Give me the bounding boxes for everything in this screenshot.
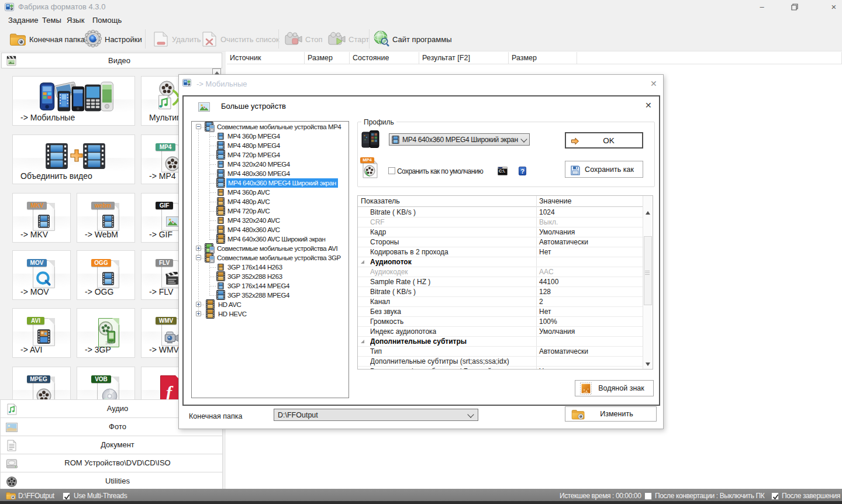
card-vob[interactable]: VOB -> VOB (77, 367, 135, 399)
toolbar-output-folder[interactable]: Конечная папка (29, 35, 85, 44)
grid-col-value[interactable]: Значение (539, 197, 571, 205)
menu-help[interactable]: Помощь (92, 16, 122, 25)
grid-row[interactable]: Тип Автоматически (358, 347, 643, 357)
grid-col-key[interactable]: Показатель (361, 197, 400, 205)
tree-item-label[interactable]: Совместимые мобильные устройства 3GP (217, 253, 341, 263)
save-as-button[interactable]: Сохранить как (565, 161, 643, 178)
tree-item[interactable]: HD HEVC (192, 309, 348, 319)
grid-row[interactable]: Bitrate ( KB/s ) 128 (358, 287, 643, 297)
card-mpeg[interactable]: MPEG -> MPEG (12, 367, 71, 399)
tree-item-label[interactable]: MP4 360p AVC (227, 188, 270, 197)
maximize-button[interactable] (791, 4, 798, 11)
list-col-empty[interactable] (577, 52, 842, 64)
grid-row[interactable]: Без звука Нет (358, 307, 643, 317)
grid-row[interactable]: Канал 2 (358, 297, 643, 307)
grid-row[interactable]: CRF Выкл. (358, 218, 643, 227)
toolbar-delete[interactable]: Удалить (172, 35, 201, 44)
grid-row[interactable]: Кодировать в 2 прохода Нет (358, 247, 643, 257)
grid-scrollbar[interactable] (643, 196, 653, 369)
tree-item-label[interactable]: MP4 320x240 MPEG4 (227, 160, 290, 169)
card-ogg[interactable]: OGG -> OGG (77, 250, 135, 300)
toolbar-settings[interactable]: Настройки (105, 35, 142, 44)
list-col-state[interactable]: Состояние (350, 52, 419, 64)
tree-expand-plus[interactable] (196, 302, 201, 307)
save-default-checkbox[interactable] (388, 167, 395, 174)
scroll-down-icon[interactable] (646, 363, 650, 366)
tree-item[interactable]: MP4 480x360 MPEG4 (192, 169, 348, 178)
menu-task[interactable]: Задание (8, 16, 39, 25)
toolbar-stop[interactable]: Стоп (305, 35, 322, 44)
tree-item-label[interactable]: MP4 480x360 AVC (227, 225, 280, 234)
tree-item[interactable]: MP4 360p AVC (192, 188, 348, 197)
tree-expand-minus[interactable] (196, 124, 201, 129)
toolbar-website[interactable]: Сайт программы (392, 35, 452, 44)
dialog-close-icon[interactable]: ✕ (650, 80, 657, 88)
tree-item[interactable]: MP4 640x360 MPEG4 Широкий экран (192, 178, 348, 188)
toolbar-start[interactable]: Старт (348, 35, 369, 44)
tree-item[interactable]: MP4 640x360 AVC Широкий экран (192, 234, 348, 244)
tree-item-label[interactable]: MP4 720p AVC (227, 206, 270, 216)
tree-item[interactable]: MP4 480p MPEG4 (192, 141, 348, 150)
tree-item-label[interactable]: MP4 480x360 MPEG4 (227, 169, 290, 178)
watermark-button[interactable]: Водяной знак (575, 380, 654, 396)
help-icon[interactable]: ? (519, 167, 526, 175)
panel-header-video[interactable]: Видео (1, 53, 222, 68)
output-folder-combobox[interactable]: D:\FFOutput (274, 409, 478, 421)
grid-row[interactable]: Дополнительные субтитры (358, 337, 643, 347)
tree-item-label[interactable]: Совместимые мобильные устройства MP4 (217, 122, 341, 132)
panel-tab-utilities[interactable]: Utilities (0, 472, 223, 491)
grid-row[interactable]: Стороны Автоматически (358, 237, 643, 247)
cmd-icon[interactable]: C:\. (498, 167, 508, 175)
tree-expand-minus[interactable] (196, 255, 201, 260)
grid-row[interactable]: Громкость 100% (358, 317, 643, 327)
card-mkv[interactable]: MKV -> MKV (12, 193, 71, 243)
change-button[interactable]: Изменить (565, 406, 657, 422)
tree-item[interactable]: Совместимые мобильные устройства 3GP (192, 253, 348, 263)
tree-item-label[interactable]: MP4 320x240 AVC (227, 216, 280, 225)
statusbar-multithreads-label[interactable]: Use Multi-Threads (74, 492, 127, 500)
tree-item[interactable]: 3GP 176x144 H263 (192, 263, 348, 272)
ok-button[interactable]: OK (565, 132, 643, 149)
card-3gp[interactable]: 3GP -> 3GP (77, 308, 135, 358)
tree-item-label[interactable]: HD HEVC (218, 309, 247, 319)
list-col-size2[interactable]: Размер (509, 52, 577, 64)
tree-item[interactable]: 3GP 352x288 MPEG4 (192, 291, 348, 300)
multithreads-checkbox[interactable] (63, 492, 70, 500)
minimize-button[interactable]: – (753, 2, 771, 12)
scroll-up-icon[interactable] (646, 211, 650, 215)
save-default-label[interactable]: Сохранить как по умолчанию (397, 167, 483, 175)
tree-expand-plus[interactable] (196, 246, 201, 251)
grid-row[interactable]: Sample Rate ( HZ ) 44100 (358, 277, 643, 287)
tree-item[interactable]: MP4 320x240 AVC (192, 216, 348, 225)
tree-item[interactable]: MP4 480p AVC (192, 197, 348, 206)
menu-language[interactable]: Язык (67, 16, 84, 25)
tree-item[interactable]: HD AVC (192, 300, 348, 309)
tree-item[interactable]: 3GP 352x288 H263 (192, 272, 348, 281)
shutdown-checkbox[interactable] (644, 492, 652, 500)
tree-item[interactable]: MP4 720p AVC (192, 206, 348, 216)
tree-item-label[interactable]: 3GP 176x144 MPEG4 (227, 281, 289, 291)
statusbar-output-path[interactable]: D:\FFOutput (18, 492, 54, 500)
card-avi[interactable]: AVI -> AVI (12, 308, 71, 358)
card-join-video[interactable]: Объединить видео (12, 134, 135, 184)
tree-item-label[interactable]: MP4 360p MPEG4 (227, 132, 280, 141)
tree-item-label[interactable]: MP4 640x360 MPEG4 Широкий экран (226, 178, 338, 188)
tree-item[interactable]: MP4 360p MPEG4 (192, 132, 348, 141)
tree-item[interactable]: MP4 480x360 AVC (192, 225, 348, 234)
more-devices-close-icon[interactable]: ✕ (645, 101, 652, 109)
grid-row[interactable]: Индекс аудиопотока Умолчания (358, 327, 643, 337)
menu-themes[interactable]: Темы (42, 16, 61, 25)
grid-row[interactable]: Кадр Умолчания (358, 227, 643, 237)
close-window-button[interactable]: × (825, 2, 842, 12)
profile-combobox[interactable]: MP4 640x360 MPEG4 Широкий экран (389, 133, 530, 146)
list-col-size[interactable]: Размер (305, 52, 350, 64)
after-done-checkbox[interactable] (771, 492, 779, 500)
tree-item[interactable]: MP4 320x240 MPEG4 (192, 160, 348, 169)
tree-item[interactable]: MP4 720p MPEG4 (192, 150, 348, 160)
tree-item-label[interactable]: HD AVC (218, 300, 241, 309)
tree-item[interactable]: 3GP 176x144 MPEG4 (192, 281, 348, 291)
grid-row[interactable]: Дополнительные субтитры (srt;ass;ssa;idx… (358, 357, 643, 367)
tree-item-label[interactable]: MP4 480p MPEG4 (227, 141, 280, 150)
card-webm[interactable]: webm -> WebM (77, 193, 135, 243)
panel-tab-rom[interactable]: ROM Устройство\DVD\CD\ISO (0, 454, 223, 472)
